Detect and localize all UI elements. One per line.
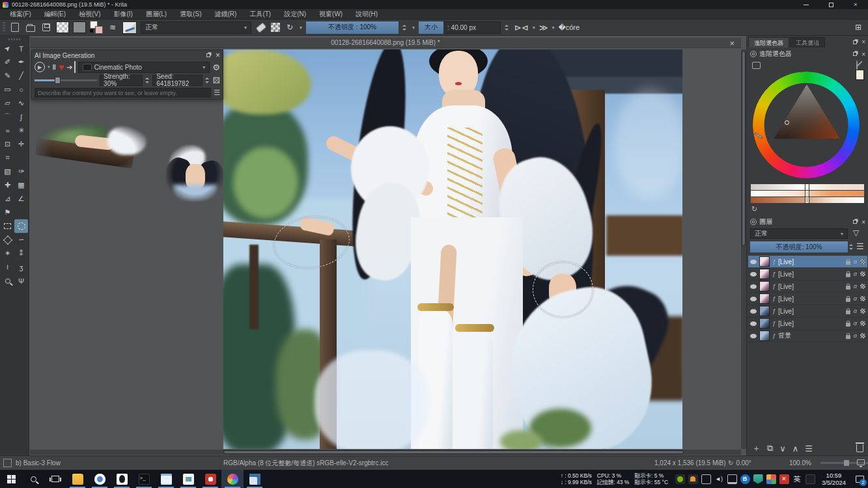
menu-help[interactable]: 說明(H)	[350, 9, 384, 20]
close-panel-icon[interactable]: ×	[861, 51, 865, 58]
layer-filter-funnel-icon[interactable]: ▽	[853, 228, 862, 237]
minimize-button[interactable]	[794, 0, 819, 9]
workspace-chooser-button[interactable]: ⊞	[852, 21, 864, 33]
reload-preset-button[interactable]: ↻	[284, 21, 296, 33]
apply-to-canvas-button[interactable]: ➔	[66, 61, 75, 73]
calligraphy-tool[interactable]: ✒	[14, 55, 28, 69]
eraser-mode-button[interactable]	[255, 21, 267, 33]
inherit-alpha-icon[interactable]	[860, 259, 865, 264]
gradient-tool[interactable]: ▧	[1, 165, 14, 178]
duplicate-layer-button[interactable]: ⧉	[767, 443, 773, 454]
taskbar-app-notepad[interactable]	[155, 470, 177, 488]
selection-ellipse-right[interactable]	[533, 262, 593, 318]
visibility-eye-icon[interactable]	[750, 272, 757, 277]
taskbar-app-viewer[interactable]	[244, 470, 266, 488]
size-spinner[interactable]	[505, 21, 511, 34]
taskbar-app-explorer[interactable]	[66, 470, 89, 488]
chevron-down-icon[interactable]: ▾	[533, 25, 535, 31]
move-layer-up-button[interactable]: ∧	[792, 444, 799, 454]
network-tray-icon[interactable]	[727, 474, 737, 484]
seed-spinbox[interactable]: Seed: 641819782	[152, 75, 203, 86]
similar-select-tool[interactable]: ⁑	[14, 247, 28, 260]
menu-view[interactable]: 檢視(V)	[73, 9, 106, 20]
nvidia-tray-icon[interactable]	[675, 474, 685, 484]
close-panel-icon[interactable]: ×	[216, 51, 220, 60]
menu-filter[interactable]: 濾鏡(R)	[209, 9, 243, 20]
lock-icon[interactable]	[846, 335, 850, 339]
taskbar-app-chrome[interactable]	[89, 470, 111, 488]
inherit-alpha-icon[interactable]	[860, 284, 865, 289]
taskbar-clock[interactable]: 10:59 3/5/2024	[822, 472, 846, 486]
fg-bg-color-chooser[interactable]	[90, 21, 103, 34]
toolbar-grip[interactable]	[3, 22, 5, 33]
app-tray-icon-3[interactable]	[805, 474, 815, 484]
gradient-chooser[interactable]	[56, 21, 69, 33]
zoom-slider-thumb[interactable]	[844, 460, 849, 466]
lock-icon[interactable]	[846, 310, 850, 314]
alpha-lock-icon[interactable]: α	[854, 295, 857, 302]
volume-tray-icon[interactable]: ◄)	[714, 474, 724, 484]
preserve-alpha-button[interactable]	[271, 23, 280, 32]
ai-panel-header[interactable]: AI Image Generation ×	[32, 50, 223, 61]
window-tray-icon[interactable]	[701, 474, 711, 484]
random-seed-dice-icon[interactable]: ⚄	[213, 75, 220, 85]
color-panel-header[interactable]: 進階選色器 ×	[747, 49, 868, 59]
visibility-eye-icon[interactable]	[750, 321, 757, 326]
strength-spinbox[interactable]: Strength: 30%	[100, 75, 143, 86]
brush-settings-button[interactable]: ≋	[107, 21, 119, 33]
lock-icon[interactable]	[846, 261, 850, 265]
alpha-lock-icon[interactable]: α	[854, 258, 857, 265]
contiguous-select-tool[interactable]: ✶	[1, 247, 14, 260]
close-dock-icon[interactable]: ×	[861, 38, 865, 46]
layer-blend-mode-dropdown[interactable]: 正常 ▾	[750, 228, 848, 239]
dynamic-brush-tool[interactable]: ≈	[1, 124, 14, 137]
maximize-button[interactable]	[819, 0, 843, 9]
ime-indicator[interactable]: 英	[792, 474, 802, 484]
start-button[interactable]	[0, 470, 22, 488]
zoom-tool[interactable]	[1, 274, 14, 288]
alpha-lock-icon[interactable]: α	[854, 271, 857, 277]
app-tray-icon-1[interactable]	[766, 474, 776, 484]
shade-selector[interactable]	[751, 184, 864, 204]
measure-tool[interactable]: ∠	[14, 192, 28, 206]
colorspace-info[interactable]: RGB/Alpha (8 位元整數/每通道) sRGB-elle-V2-srgb…	[223, 459, 388, 468]
layer-row[interactable]: ƒ [Live] α	[748, 268, 867, 280]
layer-row[interactable]: ƒ 背景 α	[748, 330, 867, 342]
opacity-spinner[interactable]	[402, 21, 408, 34]
strength-slider[interactable]	[35, 79, 97, 81]
inherit-alpha-icon[interactable]	[860, 296, 865, 301]
inherit-alpha-icon[interactable]	[860, 271, 865, 277]
layer-opacity-spinner[interactable]	[849, 241, 855, 253]
freehand-brush-tool[interactable]: ✎	[1, 69, 14, 83]
close-panel-icon[interactable]: ×	[861, 219, 865, 226]
float-dock-icon[interactable]	[853, 40, 857, 44]
alpha-lock-icon[interactable]: α	[854, 308, 857, 314]
mirror-horizontal-button[interactable]: ⊳⊲	[514, 23, 529, 33]
menu-edit[interactable]: 編輯(E)	[38, 9, 72, 20]
taskbar-app-terminal[interactable]: >_	[133, 470, 155, 488]
strength-slider-handle[interactable]	[55, 77, 61, 84]
app-tray-icon-2[interactable]: ✕	[779, 474, 789, 484]
generate-button[interactable]: ▶	[35, 62, 45, 72]
bezier-curve-tool[interactable]: ⌒	[1, 110, 14, 124]
security-shield-tray-icon[interactable]	[753, 474, 763, 484]
close-button[interactable]: ×	[843, 0, 868, 9]
visibility-eye-icon[interactable]	[750, 284, 757, 289]
layer-row[interactable]: ƒ [Live] α	[748, 280, 867, 293]
brush-preset-status-icon[interactable]	[3, 459, 12, 467]
inherit-alpha-icon[interactable]	[860, 321, 865, 326]
style-preset-dropdown[interactable]: Cinematic Photo ▾	[78, 62, 210, 73]
refresh-shades-icon[interactable]: ↻	[751, 205, 757, 213]
vscroll-thumb[interactable]	[742, 51, 746, 246]
new-document-button[interactable]	[9, 21, 21, 33]
brush-preset-chooser[interactable]	[122, 21, 137, 34]
cpu-memory-monitor[interactable]: CPU: 3 % 記憶體: 43 %	[597, 472, 630, 485]
task-view-button[interactable]	[44, 470, 66, 488]
polygonal-select-tool[interactable]	[1, 233, 14, 247]
pause-button[interactable]: ‖	[53, 61, 56, 73]
menu-image[interactable]: 影像(I)	[107, 9, 138, 20]
chevron-down-icon[interactable]: ▾	[48, 64, 50, 70]
magnetic-select-tool[interactable]: ʒ	[14, 260, 28, 274]
size-slider[interactable]: 大小 : 40.00 px	[419, 21, 501, 34]
color-sampler-tool[interactable]: ✑	[14, 165, 28, 178]
